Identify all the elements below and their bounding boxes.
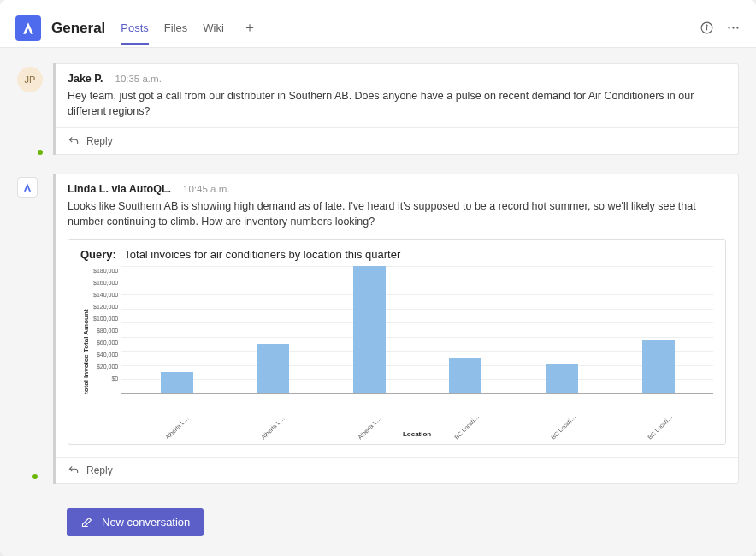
chart-x-tick: Alberta Locations So... [357,413,398,454]
chart-bar [353,266,386,393]
reply-button[interactable]: Reply [56,457,738,483]
chart-x-tick: BC Locations North B... [550,413,591,454]
svg-point-5 [736,27,738,28]
message-text: Hey team, just got a call from our distr… [68,88,726,119]
chart-x-tick: BC Locations South B... [647,413,688,454]
chart-y-tick: $80,000 [93,328,118,334]
message-card: Jake P. 10:35 a.m. Hey team, just got a … [56,63,739,155]
tab-files[interactable]: Files [164,11,187,45]
message-time: 10:45 a.m. [183,184,229,194]
add-tab-button[interactable]: ＋ [239,12,260,44]
message-author: Jake P. [68,73,103,85]
teams-window: General Posts Files Wiki ＋ JP [0,0,756,556]
chart-bar [257,344,289,393]
chart-bar [642,340,675,393]
message-thread: Linda L. via AutoQL. 10:45 a.m. Looks li… [17,174,739,483]
chart-query-label: Query: [80,248,116,261]
avatar-column [17,174,46,483]
message-column: Jake P. 10:35 a.m. Hey team, just got a … [53,63,739,155]
chart-y-tick: $60,000 [93,340,118,346]
chart-plot [121,266,713,394]
tab-posts[interactable]: Posts [121,11,149,45]
message-author: Linda L. via AutoQL. [68,183,171,195]
reply-label: Reply [86,464,113,476]
chart-y-axis-title: total Invoice Total Amount [80,266,92,437]
chart-area: total Invoice Total Amount $180,000$160,… [80,266,713,437]
chart-y-tick: $40,000 [93,352,118,358]
avatar: JP [17,67,43,92]
channel-header: General Posts Files Wiki ＋ [0,0,756,48]
message-body: Linda L. via AutoQL. 10:45 a.m. Looks li… [56,174,738,456]
new-conversation-label: New conversation [102,516,190,529]
bot-logo-icon [21,181,33,193]
avatar-column: JP [17,63,46,155]
chart-card: Query: Total invoices for air conditione… [68,239,726,445]
message-time: 10:35 a.m. [115,74,161,84]
channel-icon [15,15,41,41]
header-actions [700,21,741,35]
info-icon[interactable] [700,21,714,35]
chart-y-tick: $100,000 [93,316,118,322]
chart-x-ticks: Alberta Locations Ca...Alberta Locations… [121,398,713,423]
message-column: Linda L. via AutoQL. 10:45 a.m. Looks li… [53,174,739,483]
chart-bar [161,372,193,393]
chart-x-tick: Alberta Locations Re... [261,413,302,454]
reply-icon [68,135,80,147]
message-body: Jake P. 10:35 a.m. Hey team, just got a … [56,64,738,127]
svg-point-4 [732,27,734,28]
compose-icon [80,516,93,529]
chart-query-text: Total invoices for air conditioners by l… [124,248,400,261]
reply-label: Reply [86,135,113,147]
more-icon[interactable] [726,21,741,35]
message-text: Looks like Southern AB is showing high d… [68,198,726,229]
presence-indicator-icon [36,148,44,157]
chart-y-tick: $140,000 [93,292,118,298]
chart-y-ticks: $180,000$160,000$140,000$120,000$100,000… [92,266,121,403]
chart-y-tick: $160,000 [93,280,118,286]
chart-query-row: Query: Total invoices for air conditione… [80,248,713,261]
app-logo-icon [21,21,36,36]
chart-x-tick: BC Locations Central... [453,413,494,454]
chart-bars [121,266,713,393]
bot-avatar [17,177,38,198]
tab-wiki[interactable]: Wiki [203,11,224,45]
new-conversation-button[interactable]: New conversation [67,508,204,536]
message-card: Linda L. via AutoQL. 10:45 a.m. Looks li… [56,174,739,483]
chart-bar [449,358,481,393]
message-thread: JP Jake P. 10:35 a.m. Hey team, just got… [17,63,739,155]
chart-x-tick: Alberta Locations Ca... [164,413,205,454]
new-conversation-row: New conversation [17,503,739,541]
chart-y-tick: $120,000 [93,304,118,310]
presence-indicator-icon [31,472,39,481]
chart-y-tick: $20,000 [93,364,118,370]
message-feed: JP Jake P. 10:35 a.m. Hey team, just got… [0,48,756,556]
chart-y-tick: $0 [93,376,118,382]
reply-icon [68,464,80,476]
chart-plot-wrap: Alberta Locations Ca...Alberta Locations… [121,266,713,437]
chart-bar [546,364,578,393]
tab-bar: Posts Files Wiki ＋ [121,11,260,45]
svg-point-3 [728,27,729,28]
svg-point-2 [706,25,707,26]
reply-button[interactable]: Reply [56,127,738,154]
channel-name: General [51,20,105,37]
chart-x-axis-title: Location [121,430,713,438]
chart-y-tick: $180,000 [93,268,118,274]
